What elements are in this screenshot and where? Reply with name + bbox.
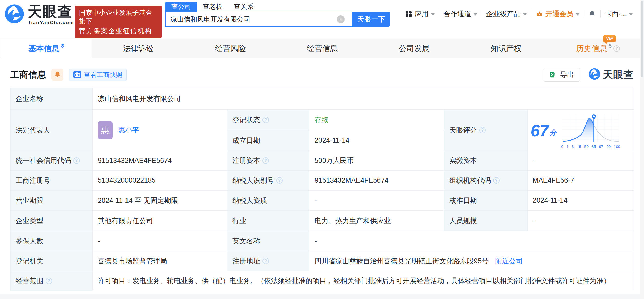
company-type-value: 其他有限责任公司 <box>93 211 227 231</box>
legal-rep-cell: 惠 惠小平 <box>93 110 227 151</box>
score-chart-ticks: 0131550859799100 <box>561 144 620 149</box>
tab-count: 8 <box>61 43 64 49</box>
credit-code-label: 统一社会信用代码? <box>11 151 93 171</box>
reg-authority-value: 喜德县市场监督管理局 <box>93 251 227 271</box>
paid-capital-label: 实缴资本 <box>444 151 528 171</box>
reg-capital-label: 注册资本? <box>227 151 309 171</box>
approval-date-value: 2024-11-14 <box>528 191 634 211</box>
nav-apps-label: 应用 <box>415 9 429 18</box>
subscribe-bell-button[interactable] <box>51 69 63 81</box>
help-icon[interactable]: ? <box>276 177 283 184</box>
tab-intellectual-property[interactable]: 知识产权 <box>460 39 552 58</box>
search-tab-boss[interactable]: 查老板 <box>197 2 228 12</box>
chevron-down-icon <box>431 13 435 16</box>
reg-address-label: 注册地址? <box>227 251 309 271</box>
staff-size-label: 人员规模 <box>444 211 528 231</box>
reg-address-value: 四川省凉山彝族自治州喜德县光明镇正街文化路东段95号 <box>315 256 489 266</box>
nav-open-vip-label: 开通会员 <box>546 9 573 18</box>
legal-rep-link[interactable]: 惠小平 <box>118 126 139 135</box>
help-icon[interactable]: ? <box>262 117 269 123</box>
company-tabbar: 基本信息 8 法律诉讼 经营风险 经营信息 公司发展 知识产权 历史信息 VIP… <box>0 39 644 58</box>
notification-bell[interactable] <box>588 10 596 18</box>
scrollbar[interactable] <box>640 0 644 299</box>
excel-icon <box>550 71 557 78</box>
camera-icon <box>73 71 81 78</box>
user-name: 卡西·... <box>605 9 627 18</box>
industry-label: 行业 <box>227 211 309 231</box>
table-row: 企业名称 凉山信和风电开发有限公司 <box>11 88 634 110</box>
user-menu[interactable]: 卡西·... <box>605 9 633 18</box>
insured-label: 参保人数 <box>11 231 93 251</box>
tianyancha-logo[interactable]: 天眼查 TianYanCha.com <box>5 4 74 25</box>
search-tab-relation[interactable]: 查关系 <box>228 2 259 12</box>
view-snapshot-label: 查看工商快照 <box>84 71 122 79</box>
score-cell[interactable]: 67 分 <box>528 110 634 151</box>
help-icon[interactable]: ? <box>46 278 52 284</box>
help-icon[interactable]: ? <box>73 157 80 164</box>
tab-basic-info[interactable]: 基本信息 8 <box>0 39 92 58</box>
nav-partner[interactable]: 合作通道 <box>444 9 477 18</box>
tab-legal[interactable]: 法律诉讼 <box>92 39 184 58</box>
status-badge: 存续 <box>315 116 328 124</box>
tab-label: 基本信息 <box>28 43 59 54</box>
tab-label: 法律诉讼 <box>123 43 154 54</box>
search-tabs: 查公司 查老板 查关系 <box>165 2 390 12</box>
taxpayer-quality-value: - <box>309 191 444 211</box>
industry-value: 电力、热力生产和供应业 <box>309 211 444 231</box>
view-snapshot-button[interactable]: 查看工商快照 <box>69 69 127 81</box>
tab-label: 历史信息 <box>576 44 607 53</box>
table-row: 企业类型 其他有限责任公司 行业 电力、热力生产和供应业 人员规模 - <box>11 211 634 231</box>
chevron-down-icon <box>576 13 579 16</box>
reg-address-cell: 四川省凉山彝族自治州喜德县光明镇正街文化路东段95号 附近公司 <box>309 251 634 271</box>
bell-icon <box>588 10 596 18</box>
tab-label: 知识产权 <box>491 43 522 54</box>
search-button[interactable]: 天眼一下 <box>352 12 390 27</box>
score-distribution-chart: 0131550859799100 <box>561 113 620 149</box>
scrollbar-thumb[interactable] <box>641 1 643 77</box>
table-row: 工商注册号 513432000022185 纳税人识别号? 91513432MA… <box>11 171 634 191</box>
help-icon[interactable]: ? <box>613 45 620 52</box>
clear-search-icon[interactable]: × <box>337 15 345 23</box>
divider <box>584 10 584 18</box>
help-icon[interactable]: ? <box>479 127 486 133</box>
nav-apps[interactable]: 应用 <box>405 9 435 18</box>
tab-history-info[interactable]: 历史信息 VIP 5 ? <box>552 39 644 58</box>
divider <box>439 10 439 18</box>
search-tab-company[interactable]: 查公司 <box>165 2 197 12</box>
top-nav: 应用 合作通道 企业级产品 开通会员 卡西·... <box>405 9 633 18</box>
table-row: 法定代表人 惠 惠小平 登记状态? 存续 天眼评分? 67 分 <box>11 110 634 130</box>
business-info-table: 企业名称 凉山信和风电开发有限公司 法定代表人 惠 惠小平 登记状态? 存续 天… <box>10 88 634 291</box>
divider <box>482 10 482 18</box>
legal-rep-avatar[interactable]: 惠 <box>98 121 113 139</box>
tab-operation-risk[interactable]: 经营风险 <box>184 39 276 58</box>
search-area: 查公司 查老板 查关系 × 天眼一下 <box>165 2 390 27</box>
divider <box>600 10 601 18</box>
reg-authority-label: 登记机关 <box>11 251 93 271</box>
tab-label: 经营信息 <box>307 43 338 54</box>
nav-open-vip[interactable]: 开通会员 <box>536 9 579 18</box>
logo-title: 天眼查 <box>28 4 74 19</box>
est-date-value: 2024-11-14 <box>309 130 444 151</box>
help-icon[interactable]: ? <box>262 258 269 264</box>
insured-value: - <box>93 231 227 251</box>
score-label: 天眼评分? <box>444 110 528 151</box>
taxpayer-quality-label: 纳税人资质 <box>227 191 309 211</box>
export-button[interactable]: 导出 <box>544 68 580 82</box>
staff-size-value: - <box>528 211 634 231</box>
tab-label: 经营风险 <box>215 43 246 54</box>
reg-number-value: 513432000022185 <box>93 171 227 191</box>
search-input[interactable] <box>165 12 352 27</box>
est-date-label: 成立日期 <box>227 130 309 151</box>
nav-enterprise[interactable]: 企业级产品 <box>486 9 527 18</box>
tab-operation-info[interactable]: 经营信息 <box>276 39 368 58</box>
business-info-header: 工商信息 查看工商快照 导出 天眼查 <box>10 68 634 82</box>
vip-badge: VIP <box>603 35 616 42</box>
nearby-companies-link[interactable]: 附近公司 <box>495 256 523 266</box>
tab-company-development[interactable]: 公司发展 <box>368 39 460 58</box>
help-icon[interactable]: ? <box>493 177 500 184</box>
tianyancha-watermark: 天眼查 <box>589 68 634 82</box>
company-name-value: 凉山信和风电开发有限公司 <box>93 88 634 110</box>
watermark-text: 天眼查 <box>603 68 634 82</box>
org-code-value: MAE4FE56-7 <box>528 171 634 191</box>
help-icon[interactable]: ? <box>262 157 269 164</box>
